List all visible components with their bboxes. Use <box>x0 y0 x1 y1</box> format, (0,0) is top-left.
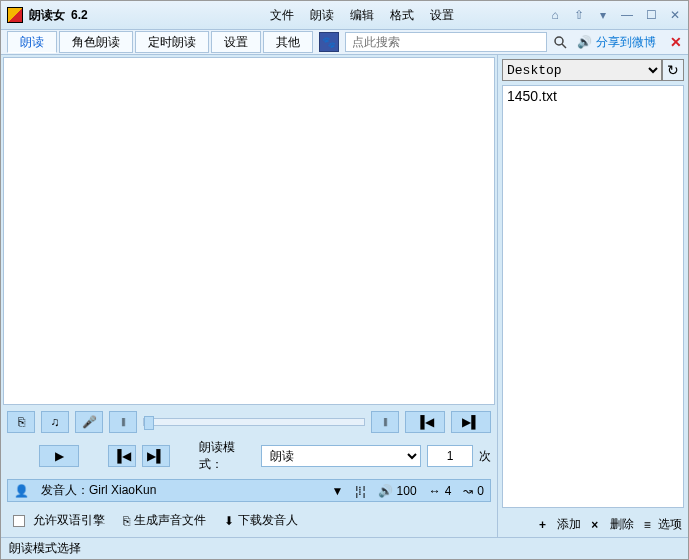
pitch-value: 0 <box>477 484 484 498</box>
tab-settings[interactable]: 设置 <box>211 31 261 53</box>
slider-end-icon[interactable]: ⦀ <box>371 411 399 433</box>
download-voice-label: 下载发音人 <box>238 512 298 529</box>
menu-read[interactable]: 朗读 <box>310 7 334 24</box>
play-count-input[interactable] <box>427 445 473 467</box>
menu-file[interactable]: 文件 <box>270 7 294 24</box>
panel-close-icon[interactable]: ✕ <box>670 34 682 50</box>
gen-audio-label: 生成声音文件 <box>134 512 206 529</box>
options-label: 选项 <box>658 516 682 533</box>
prev-button[interactable]: ▐◀ <box>108 445 136 467</box>
play-button[interactable]: ▶ <box>39 445 79 467</box>
tab-other[interactable]: 其他 <box>263 31 313 53</box>
delete-button[interactable]: × 删除 <box>591 516 633 533</box>
tray-icon[interactable]: ▾ <box>596 8 610 22</box>
search-icon[interactable] <box>553 35 567 49</box>
maximize-icon[interactable]: ☐ <box>644 8 658 22</box>
tab-role-read[interactable]: 角色朗读 <box>59 31 133 53</box>
text-area[interactable] <box>3 57 495 405</box>
add-button[interactable]: + 添加 <box>539 516 581 533</box>
menu-edit[interactable]: 编辑 <box>350 7 374 24</box>
download-icon: ⬇ <box>224 514 234 528</box>
app-version: 6.2 <box>71 8 88 22</box>
titlebar: 朗读女 6.2 文件 朗读 编辑 格式 设置 ⌂ ⇧ ▾ — ☐ ✕ <box>1 1 688 29</box>
delete-label: 删除 <box>610 516 634 533</box>
paw-icon[interactable]: 🐾 <box>319 32 339 52</box>
volume-value: 100 <box>397 484 417 498</box>
person-icon: 👤 <box>14 484 29 498</box>
volume-icon[interactable]: 🔊 <box>378 484 393 498</box>
refresh-button[interactable]: ↻ <box>662 59 684 81</box>
search-input[interactable] <box>345 32 547 52</box>
play-mode-label: 朗读模式： <box>199 439 255 473</box>
status-text: 朗读模式选择 <box>9 540 81 557</box>
prev-track-button[interactable]: ▐◀ <box>405 411 445 433</box>
minimize-icon[interactable]: — <box>620 8 634 22</box>
bilingual-checkbox[interactable]: 允许双语引擎 <box>13 512 105 529</box>
svg-point-0 <box>555 37 563 45</box>
tuning-icon[interactable]: ¦⁞¦ <box>355 484 365 498</box>
tab-timed-read[interactable]: 定时朗读 <box>135 31 209 53</box>
status-bar: 朗读模式选择 <box>1 537 688 559</box>
pin-icon[interactable]: ⇧ <box>572 8 586 22</box>
export-icon: ⎘ <box>123 514 130 528</box>
menu-bar: 文件 朗读 编辑 格式 设置 <box>270 7 454 24</box>
app-title: 朗读女 <box>29 7 65 24</box>
next-button[interactable]: ▶▌ <box>142 445 170 467</box>
toolbar: 朗读 角色朗读 定时朗读 设置 其他 🐾 🔊 分享到微博 ✕ <box>1 29 688 55</box>
mic-icon[interactable]: 🎤 <box>75 411 103 433</box>
voice-label: 发音人： <box>41 483 89 497</box>
share-label: 分享到微博 <box>596 34 656 51</box>
menu-settings[interactable]: 设置 <box>430 7 454 24</box>
bilingual-label: 允许双语引擎 <box>33 512 105 529</box>
file-item[interactable]: 1450.txt <box>507 88 679 104</box>
progress-slider[interactable] <box>143 418 365 426</box>
play-mode-select[interactable]: 朗读 <box>261 445 421 467</box>
speaker-icon: 🔊 <box>577 35 592 49</box>
folder-select[interactable]: Desktop <box>502 59 662 81</box>
file-list[interactable]: 1450.txt <box>502 85 684 508</box>
menu-format[interactable]: 格式 <box>390 7 414 24</box>
rate-icon[interactable]: ↔ <box>429 484 441 498</box>
close-icon[interactable]: ✕ <box>668 8 682 22</box>
next-track-button[interactable]: ▶▌ <box>451 411 491 433</box>
options-button[interactable]: ≡ 选项 <box>644 516 682 533</box>
gen-audio-link[interactable]: ⎘生成声音文件 <box>123 512 206 529</box>
slider-start-icon[interactable]: ⦀ <box>109 411 137 433</box>
download-voice-link[interactable]: ⬇下载发音人 <box>224 512 298 529</box>
pitch-icon[interactable]: ↝ <box>463 484 473 498</box>
voice-dropdown-icon[interactable]: ▼ <box>331 484 343 498</box>
home-icon[interactable]: ⌂ <box>548 8 562 22</box>
music-icon[interactable]: ♫ <box>41 411 69 433</box>
tab-read[interactable]: 朗读 <box>7 31 57 53</box>
play-count-unit: 次 <box>479 448 491 465</box>
tool-btn-1[interactable]: ⎘ <box>7 411 35 433</box>
voice-name: Girl XiaoKun <box>89 483 156 497</box>
share-link[interactable]: 🔊 分享到微博 <box>577 34 656 51</box>
add-label: 添加 <box>557 516 581 533</box>
svg-line-1 <box>562 44 566 48</box>
window-buttons: ⌂ ⇧ ▾ — ☐ ✕ <box>548 8 682 22</box>
app-logo <box>7 7 23 23</box>
rate-value: 4 <box>445 484 452 498</box>
